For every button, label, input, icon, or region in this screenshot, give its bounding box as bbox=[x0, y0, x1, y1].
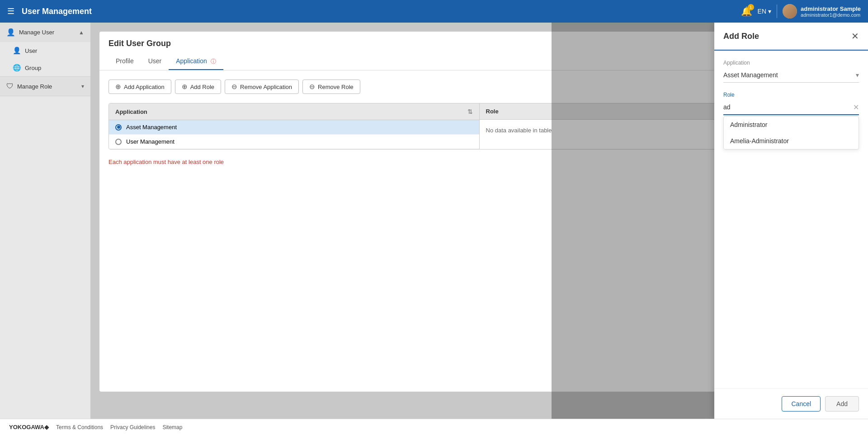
manage-role-chevron-icon: ▾ bbox=[81, 83, 84, 89]
language-chevron-icon: ▾ bbox=[768, 8, 771, 15]
sidebar-section-manage-user: 👤 Manage User ▲ 👤 User 🌐 Group bbox=[0, 23, 90, 77]
user-management-label: User Management bbox=[126, 138, 175, 145]
topnav-right: 🔔 1 EN ▾ administrator Sample administra… bbox=[741, 4, 861, 19]
user-info: administrator Sample administrator1@demo… bbox=[801, 5, 861, 18]
radio-user-management[interactable] bbox=[115, 139, 122, 145]
role-form-group: Role ✕ Administrator Amelia-Administrato… bbox=[723, 92, 859, 150]
sidebar-group-label: Group bbox=[25, 65, 41, 71]
user-profile[interactable]: administrator Sample administrator1@demo… bbox=[783, 4, 861, 19]
role-column-title: Role bbox=[486, 108, 499, 115]
sidebar-section-manage-role: 🛡 Manage Role ▾ bbox=[0, 77, 90, 96]
dropdown-item-administrator[interactable]: Administrator bbox=[724, 117, 859, 133]
radio-asset-management[interactable] bbox=[115, 124, 122, 131]
application-select-wrapper: Asset Management ▾ bbox=[723, 68, 859, 83]
sidebar-item-user[interactable]: 👤 User bbox=[0, 42, 90, 59]
sidebar-manage-user-label: Manage User bbox=[19, 29, 75, 36]
application-sort-icon[interactable]: ⇅ bbox=[467, 108, 473, 115]
close-panel-button[interactable]: ✕ bbox=[851, 31, 859, 42]
add-application-label: Add Application bbox=[124, 84, 165, 90]
hamburger-icon[interactable]: ☰ bbox=[7, 6, 14, 16]
role-dropdown-list: Administrator Amelia-Administrator bbox=[723, 116, 859, 150]
add-application-button[interactable]: ⊕ Add Application bbox=[108, 80, 171, 94]
side-panel-footer: Cancel Add bbox=[714, 388, 868, 419]
topnav: ☰ User Management 🔔 1 EN ▾ administrator… bbox=[0, 0, 868, 23]
tab-application[interactable]: Application ⓘ bbox=[169, 54, 223, 70]
add-role-icon: ⊕ bbox=[182, 83, 188, 91]
side-panel-title: Add Role bbox=[723, 32, 759, 41]
language-selector[interactable]: EN ▾ bbox=[758, 8, 771, 15]
remove-application-label: Remove Application bbox=[240, 84, 292, 90]
application-form-group: Application Asset Management ▾ bbox=[723, 60, 859, 83]
content-area: Edit User Group Profile User Application… bbox=[90, 23, 868, 419]
sidebar-manage-role-label: Manage Role bbox=[17, 83, 78, 90]
footer-sitemap-link[interactable]: Sitemap bbox=[162, 424, 182, 430]
role-field-label: Role bbox=[723, 92, 859, 98]
side-panel-body: Application Asset Management ▾ Role ✕ bbox=[714, 51, 868, 388]
sidebar-item-group[interactable]: 🌐 Group bbox=[0, 59, 90, 76]
app-title: User Management bbox=[22, 7, 741, 16]
side-panel: Add Role ✕ Application Asset Management … bbox=[714, 23, 868, 419]
application-column-title: Application bbox=[115, 108, 147, 115]
role-clear-icon[interactable]: ✕ bbox=[853, 103, 859, 112]
footer: YOKOGAWA◆ Terms & Conditions Privacy Gui… bbox=[0, 419, 868, 435]
manage-user-chevron-icon: ▲ bbox=[79, 29, 84, 36]
username: administrator Sample bbox=[801, 5, 861, 12]
footer-brand: YOKOGAWA◆ bbox=[9, 424, 49, 430]
main-layout: 👤 Manage User ▲ 👤 User 🌐 Group 🛡 Manage … bbox=[0, 23, 868, 419]
avatar bbox=[783, 4, 797, 19]
remove-role-button[interactable]: ⊖ Remove Role bbox=[302, 80, 360, 94]
application-select-value: Asset Management bbox=[723, 71, 778, 79]
application-select-chevron-icon: ▾ bbox=[856, 71, 859, 79]
user-email: administrator1@demo.com bbox=[801, 12, 861, 18]
group-icon: 🌐 bbox=[13, 64, 21, 72]
dropdown-item-amelia-administrator[interactable]: Amelia-Administrator bbox=[724, 133, 859, 149]
footer-privacy-link[interactable]: Privacy Guidelines bbox=[110, 424, 155, 430]
add-button[interactable]: Add bbox=[825, 396, 859, 412]
add-role-button[interactable]: ⊕ Add Role bbox=[175, 80, 221, 94]
tab-warning-icon: ⓘ bbox=[211, 58, 216, 65]
manage-user-icon: 👤 bbox=[6, 28, 15, 37]
sidebar-manage-user-header[interactable]: 👤 Manage User ▲ bbox=[0, 23, 90, 42]
footer-terms-link[interactable]: Terms & Conditions bbox=[56, 424, 103, 430]
table-row[interactable]: Asset Management bbox=[109, 120, 479, 135]
remove-application-icon: ⊖ bbox=[231, 83, 237, 91]
role-input-wrapper: ✕ bbox=[723, 100, 859, 115]
language-label: EN bbox=[758, 8, 766, 15]
notification-bell[interactable]: 🔔 1 bbox=[741, 6, 752, 17]
remove-role-label: Remove Role bbox=[318, 84, 354, 90]
add-role-label: Add Role bbox=[190, 84, 214, 90]
sidebar-user-label: User bbox=[25, 47, 37, 54]
manage-role-icon: 🛡 bbox=[6, 82, 14, 90]
notification-badge: 1 bbox=[748, 4, 754, 10]
application-table-header: Application ⇅ bbox=[109, 103, 479, 120]
tab-user[interactable]: User bbox=[141, 54, 169, 70]
cancel-button[interactable]: Cancel bbox=[782, 396, 821, 412]
table-row[interactable]: User Management bbox=[109, 135, 479, 149]
add-application-icon: ⊕ bbox=[115, 83, 121, 91]
application-table: Application ⇅ Asset Management User Mana… bbox=[109, 103, 480, 149]
tab-profile[interactable]: Profile bbox=[108, 54, 141, 70]
nav-divider bbox=[777, 5, 777, 18]
remove-role-icon: ⊖ bbox=[309, 83, 315, 91]
role-input[interactable] bbox=[723, 100, 859, 114]
sidebar-manage-role-header[interactable]: 🛡 Manage Role ▾ bbox=[0, 77, 90, 96]
sidebar: 👤 Manage User ▲ 👤 User 🌐 Group 🛡 Manage … bbox=[0, 23, 90, 419]
user-icon: 👤 bbox=[13, 47, 21, 55]
remove-application-button[interactable]: ⊖ Remove Application bbox=[225, 80, 299, 94]
side-panel-header: Add Role ✕ bbox=[714, 23, 868, 51]
application-field-label: Application bbox=[723, 60, 859, 66]
asset-management-label: Asset Management bbox=[126, 124, 177, 131]
application-select[interactable]: Asset Management ▾ bbox=[723, 68, 859, 82]
